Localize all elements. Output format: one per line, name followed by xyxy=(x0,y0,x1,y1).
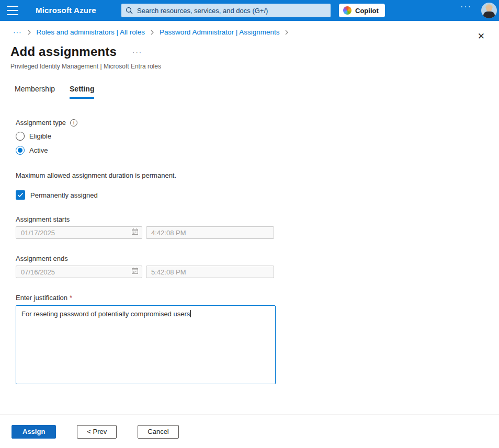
tab-membership[interactable]: Membership xyxy=(15,85,55,99)
permanently-assigned-checkbox[interactable]: Permanently assigned xyxy=(16,190,499,200)
justification-label: Enter justification xyxy=(16,294,67,302)
chevron-right-icon xyxy=(150,29,155,36)
tab-bar: Membership Setting xyxy=(0,85,499,99)
justification-textarea[interactable]: For reseting password of potentially com… xyxy=(16,305,276,384)
assignment-starts-label: Assignment starts xyxy=(16,215,499,223)
brand-microsoft-azure[interactable]: Microsoft Azure xyxy=(36,6,96,15)
text-cursor xyxy=(190,310,191,317)
add-assignments-page: Microsoft Azure Copilot ··· ··· Roles an… xyxy=(0,0,499,448)
max-duration-note: Maximum allowed assignment duration is p… xyxy=(16,171,499,179)
hamburger-menu-icon[interactable] xyxy=(7,6,18,15)
breadcrumb-more-icon[interactable]: ··· xyxy=(13,28,22,36)
chevron-right-icon xyxy=(284,29,289,36)
page-subtitle: Privileged Identity Management | Microso… xyxy=(10,63,499,70)
radio-active[interactable]: Active xyxy=(16,146,499,155)
assignment-ends-time-field xyxy=(146,266,274,278)
required-asterisk: * xyxy=(70,294,72,302)
assignment-starts-date-field xyxy=(16,226,142,239)
checkbox-checked-icon xyxy=(16,190,25,200)
search-input[interactable] xyxy=(137,7,326,15)
calendar-icon[interactable] xyxy=(131,267,139,277)
assignment-ends-date-input[interactable] xyxy=(21,268,131,276)
global-search[interactable] xyxy=(121,4,331,17)
page-title: Add assignments xyxy=(10,44,117,59)
assignment-type-label: Assignment type xyxy=(16,119,66,127)
assign-button[interactable]: Assign xyxy=(12,425,56,439)
tab-setting[interactable]: Setting xyxy=(70,85,94,99)
panel-header: Add assignments ··· Privileged Identity … xyxy=(0,36,499,70)
assignment-starts-time-field xyxy=(146,226,274,239)
assignment-starts-time-input[interactable] xyxy=(151,229,270,237)
prev-button[interactable]: < Prev xyxy=(77,425,117,439)
close-icon[interactable]: ✕ xyxy=(478,32,485,41)
assignment-starts-date-input[interactable] xyxy=(21,229,131,237)
radio-eligible[interactable]: Eligible xyxy=(16,132,499,141)
justification-text: For reseting password of potentially com… xyxy=(21,310,190,318)
topbar-more-icon[interactable]: ··· xyxy=(460,2,472,12)
assignment-ends-date-field xyxy=(16,266,142,278)
radio-circle-icon xyxy=(16,132,25,141)
info-icon[interactable]: i xyxy=(70,119,77,127)
settings-form: Assignment type i Eligible Active Maximu… xyxy=(0,119,499,384)
chevron-right-icon xyxy=(27,29,32,36)
search-icon xyxy=(126,7,133,14)
copilot-button[interactable]: Copilot xyxy=(339,4,385,17)
calendar-icon[interactable] xyxy=(131,228,139,237)
breadcrumb-link-password-administrator[interactable]: Password Administrator | Assignments xyxy=(160,28,279,36)
azure-top-bar: Microsoft Azure Copilot ··· xyxy=(0,0,499,21)
copilot-icon xyxy=(343,6,351,15)
assignment-ends-label: Assignment ends xyxy=(16,255,499,262)
cancel-button[interactable]: Cancel xyxy=(138,425,178,439)
footer-action-bar: Assign < Prev Cancel xyxy=(0,415,499,448)
radio-selected-icon xyxy=(16,146,25,155)
assignment-ends-time-input[interactable] xyxy=(151,268,270,276)
title-more-icon[interactable]: ··· xyxy=(132,48,142,56)
breadcrumb-link-roles-administrators[interactable]: Roles and administrators | All roles xyxy=(37,28,145,36)
user-avatar[interactable] xyxy=(481,3,497,18)
breadcrumb: ··· Roles and administrators | All roles… xyxy=(0,21,499,36)
